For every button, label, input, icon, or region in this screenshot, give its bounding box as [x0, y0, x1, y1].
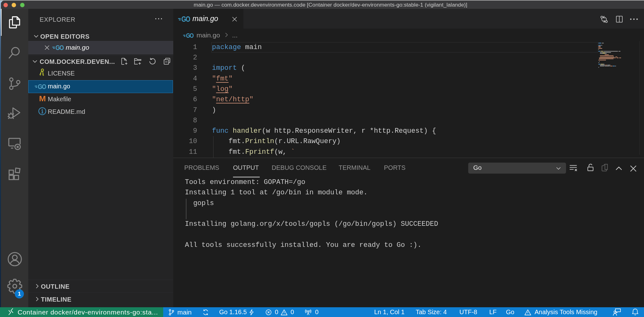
- svg-text:GO: GO: [181, 15, 190, 23]
- svg-text:GO: GO: [186, 32, 193, 39]
- svg-text:GO: GO: [55, 44, 64, 51]
- svg-text:GO: GO: [38, 83, 46, 90]
